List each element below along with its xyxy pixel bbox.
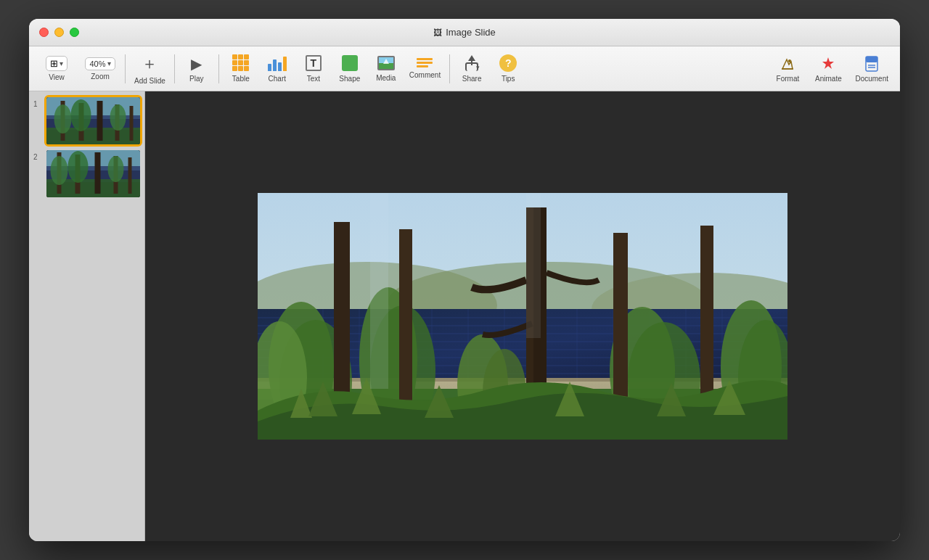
add-slide-button[interactable]: ＋ Add Slide [130, 50, 170, 88]
slide-thumb-wrapper-2[interactable] [46, 150, 140, 197]
view-label: View [49, 73, 65, 81]
zoom-chevron-icon: ▾ [107, 59, 111, 67]
table-icon [232, 54, 249, 71]
document-button[interactable]: Document [849, 52, 894, 86]
separator-4 [449, 54, 450, 83]
table-button[interactable]: Table [224, 52, 258, 86]
svg-point-0 [788, 59, 791, 62]
svg-point-29 [68, 151, 89, 183]
text-icon: T [306, 55, 322, 71]
canvas-area[interactable] [145, 91, 900, 541]
slide-thumb-img-1 [46, 97, 140, 144]
animate-button[interactable]: Animate [809, 52, 848, 86]
svg-rect-4 [866, 57, 877, 62]
svg-point-17 [71, 99, 91, 131]
share-label: Share [462, 75, 482, 83]
slide-image [258, 193, 787, 440]
zoom-button[interactable]: 40% ▾ Zoom [80, 54, 120, 83]
add-slide-icon: ＋ [142, 53, 157, 75]
svg-point-18 [110, 104, 126, 131]
main-content: 1 [29, 91, 900, 541]
share-arrow-icon: ▾ [476, 64, 480, 71]
svg-rect-15 [130, 106, 134, 141]
animate-icon [819, 55, 837, 73]
titlebar: 🖼 Image Slide [29, 19, 900, 46]
format-button[interactable]: Format [768, 52, 807, 86]
minimize-button[interactable] [54, 28, 64, 37]
comment-icon [417, 58, 433, 67]
share-icon: ▾ [464, 55, 480, 71]
svg-point-16 [54, 104, 72, 133]
view-button[interactable]: ⊞ ▾ View [35, 53, 78, 84]
slide-thumbnail-2[interactable]: 2 [33, 150, 140, 197]
window-title: 🖼 Image Slide [433, 27, 496, 38]
tips-icon: ? [499, 54, 517, 72]
slide-thumb-wrapper-1[interactable] [46, 97, 140, 144]
text-label: Text [307, 75, 320, 83]
separator-3 [218, 54, 219, 83]
title-icon: 🖼 [433, 28, 442, 38]
right-toolbar: Format Animate [768, 52, 894, 86]
zoom-value: 40% [89, 59, 105, 68]
table-label: Table [232, 75, 250, 83]
document-label: Document [855, 75, 888, 83]
toolbar: ⊞ ▾ View 40% ▾ Zoom ＋ Add Slide ▶ Play [29, 46, 900, 91]
svg-point-28 [51, 156, 68, 185]
media-label: Media [376, 74, 396, 82]
svg-rect-79 [370, 193, 388, 389]
shape-icon [342, 55, 358, 71]
play-button[interactable]: ▶ Play [179, 52, 214, 86]
svg-rect-27 [128, 157, 132, 194]
chart-button[interactable]: Chart [260, 52, 295, 86]
add-slide-label: Add Slide [134, 77, 165, 85]
comment-button[interactable]: Comment [405, 55, 445, 82]
comment-label: Comment [409, 71, 441, 79]
tips-button[interactable]: ? Tips [491, 52, 525, 86]
chevron-down-icon: ▾ [60, 59, 63, 67]
view-icon: ⊞ [50, 58, 58, 69]
chart-icon [268, 55, 287, 71]
tips-label: Tips [502, 75, 515, 83]
shape-button[interactable]: Shape [332, 52, 367, 86]
chart-label: Chart [269, 75, 286, 83]
slide-number-1: 1 [33, 97, 42, 108]
format-label: Format [777, 75, 800, 83]
separator-2 [174, 54, 175, 83]
slide-thumb-img-2 [46, 150, 140, 197]
format-icon [779, 55, 796, 73]
slide-panel: 1 [29, 91, 145, 541]
slide-number-2: 2 [33, 150, 42, 161]
svg-rect-13 [97, 101, 103, 141]
app-window: 🖼 Image Slide ⊞ ▾ View 40% ▾ Zoom ＋ Add … [29, 19, 900, 541]
slide-thumbnail-1[interactable]: 1 [33, 97, 140, 144]
play-icon: ▶ [191, 55, 202, 73]
svg-rect-80 [526, 193, 541, 338]
animate-label: Animate [815, 75, 842, 83]
shape-label: Shape [339, 75, 360, 83]
media-icon [377, 56, 395, 70]
separator-1 [125, 54, 126, 83]
slide-canvas [258, 193, 787, 440]
svg-rect-25 [95, 152, 101, 194]
svg-marker-2 [822, 57, 834, 69]
maximize-button[interactable] [70, 28, 79, 37]
text-button[interactable]: T Text [296, 52, 331, 86]
close-button[interactable] [39, 28, 49, 37]
play-label: Play [189, 75, 203, 83]
zoom-label: Zoom [91, 73, 110, 81]
svg-point-30 [108, 156, 124, 182]
share-button[interactable]: ▾ Share [454, 52, 489, 86]
media-button[interactable]: Media [369, 53, 404, 85]
traffic-lights [39, 28, 79, 37]
document-icon [863, 55, 880, 73]
